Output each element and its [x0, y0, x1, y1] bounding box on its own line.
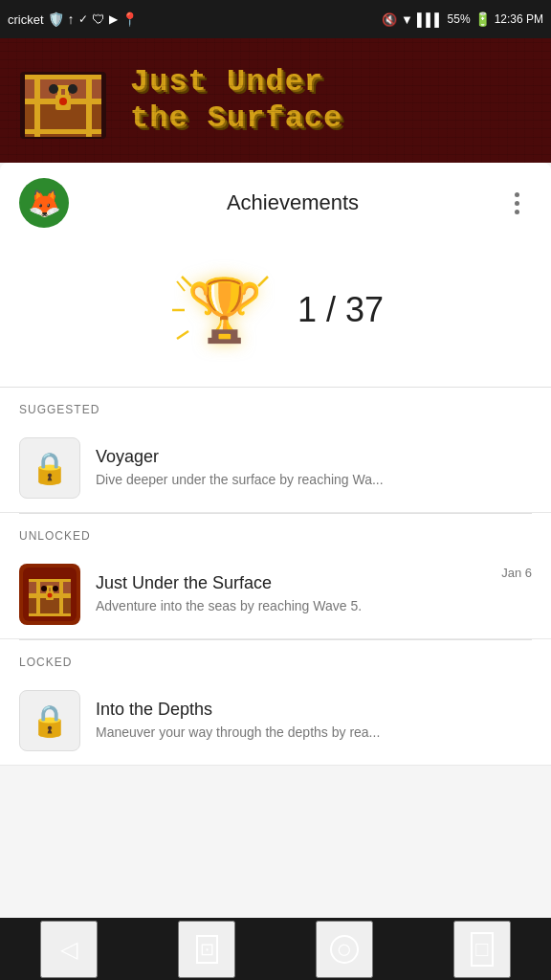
avatar-fox-icon: 🦊	[28, 188, 61, 219]
banner-pixel-art	[15, 53, 111, 148]
achievement-name-depths: Into the Depths	[96, 700, 532, 720]
svg-rect-26	[59, 581, 63, 615]
svg-rect-8	[86, 77, 92, 137]
achievement-desc-voyager: Dive deeper under the surface by reachin…	[96, 471, 532, 488]
more-dot-1	[515, 192, 519, 197]
recents-button[interactable]: □	[453, 921, 511, 978]
mute-icon: 🔇	[382, 12, 397, 27]
status-right: 🔇 ▼ ▌▌▌ 55% 🔋 12:36 PM	[382, 11, 543, 27]
shield2-icon: 🛡	[92, 11, 105, 27]
achievement-count: 1 / 37	[298, 290, 384, 330]
achievements-header: 🦊 Achievements	[0, 163, 551, 243]
trophy-icon: 🏆	[187, 275, 263, 346]
game-chest-icon	[23, 568, 77, 621]
shield-icon: 🛡️	[48, 11, 64, 27]
svg-rect-24	[29, 613, 71, 616]
clock: 12:36 PM	[495, 12, 543, 26]
achievement-name-voyager: Voyager	[96, 447, 532, 467]
achievement-item-juts: Just Under the Surface Adventure into th…	[0, 550, 551, 639]
svg-point-30	[53, 586, 58, 591]
location-icon: 📍	[121, 11, 138, 27]
wifi-icon: ▼	[401, 12, 413, 27]
section-unlocked: UNLOCKED	[0, 514, 551, 550]
achievement-date-juts: Jan 6	[501, 566, 532, 580]
expand-button[interactable]: ⊡	[178, 921, 235, 978]
status-bar: cricket 🛡️ ↑ ✓ 🛡 ▶ 📍 🔇 ▼ ▌▌▌ 55% 🔋 12:36…	[0, 0, 551, 38]
more-options-button[interactable]	[501, 188, 532, 218]
trophy-section: 🏆 1 / 37	[0, 243, 551, 388]
game-banner: Just Under the Surface	[0, 38, 551, 163]
voyager-icon: 🔒	[19, 437, 80, 499]
recents-icon: □	[471, 932, 493, 967]
achievement-desc-juts: Adventure into the seas by reaching Wave…	[96, 597, 501, 614]
signal-icon: ▌▌▌	[417, 12, 444, 27]
section-locked: LOCKED	[0, 640, 551, 677]
svg-rect-23	[29, 579, 71, 582]
svg-line-18	[177, 281, 185, 291]
svg-point-31	[48, 593, 53, 598]
achievement-text-voyager: Voyager Dive deeper under the surface by…	[96, 447, 532, 488]
svg-point-13	[59, 98, 67, 105]
nav-bar: ◁ ⊡ ○ □	[0, 918, 551, 980]
avatar: 🦊	[19, 178, 69, 228]
achievement-name-juts: Just Under the Surface	[96, 573, 501, 593]
share-icon: ↑	[68, 11, 75, 27]
achievements-title: Achievements	[84, 190, 501, 215]
svg-point-12	[68, 84, 77, 94]
play-icon: ▶	[109, 12, 118, 26]
section-suggested: SUGGESTED	[0, 388, 551, 424]
status-left: cricket 🛡️ ↑ ✓ 🛡 ▶ 📍	[8, 11, 138, 27]
check-icon: ✓	[78, 12, 88, 26]
more-dot-2	[515, 201, 519, 206]
back-button[interactable]: ◁	[40, 921, 98, 978]
achievement-text-juts: Just Under the Surface Adventure into th…	[96, 573, 501, 614]
svg-point-29	[41, 586, 47, 591]
battery-percent: 55%	[448, 12, 471, 26]
svg-rect-7	[34, 77, 40, 137]
back-icon: ◁	[60, 936, 77, 963]
depths-icon: 🔒	[19, 690, 80, 751]
expand-icon: ⊡	[196, 935, 218, 964]
achievement-item-voyager: 🔒 Voyager Dive deeper under the surface …	[0, 424, 551, 513]
carrier-text: cricket	[8, 12, 44, 27]
main-card: 🦊 Achievements 🏆 1 / 37 SUGGESTED	[0, 163, 551, 766]
battery-icon: 🔋	[474, 11, 491, 27]
juts-icon	[19, 564, 80, 625]
home-icon: ○	[330, 935, 359, 964]
svg-rect-25	[36, 581, 40, 615]
trophy-container: 🏆	[167, 262, 282, 358]
achievement-item-depths: 🔒 Into the Depths Maneuver your way thro…	[0, 677, 551, 766]
achievement-text-depths: Into the Depths Maneuver your way throug…	[96, 700, 532, 741]
home-button[interactable]: ○	[316, 921, 373, 978]
more-dot-3	[515, 210, 519, 214]
lock-icon: 🔒	[31, 450, 69, 486]
svg-point-11	[49, 84, 58, 94]
lock2-icon: 🔒	[31, 702, 69, 739]
achievement-desc-depths: Maneuver your way through the depths by …	[96, 724, 532, 741]
